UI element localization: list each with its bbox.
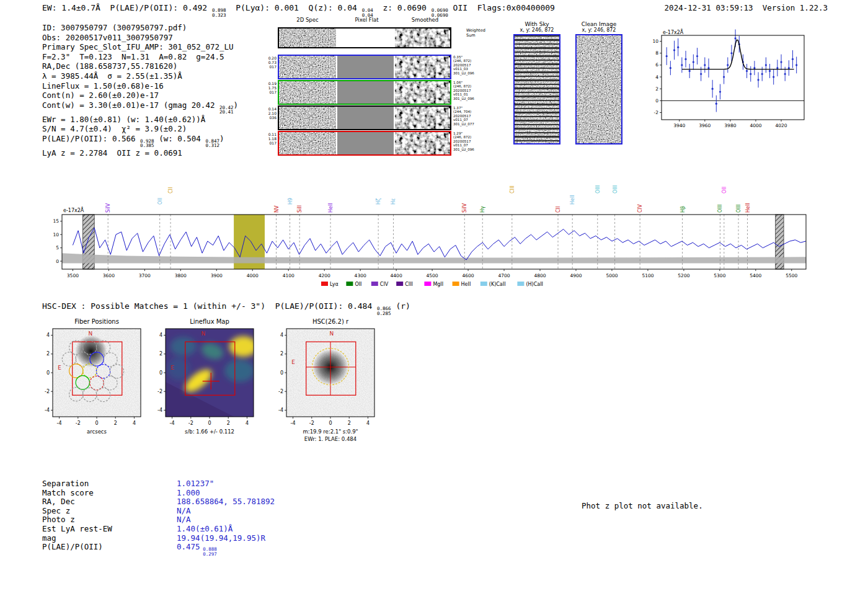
legend-swatch (480, 282, 487, 286)
match-value: 0.475 0.888 0.297 (177, 542, 217, 551)
mini-xtick: 4 (246, 420, 249, 426)
mini-xtick: 2 (227, 420, 230, 426)
spec-strip-row-3: 0.142.100361.37"(244, 704)20200517v011_0… (266, 105, 479, 130)
mini-xtick: 4 (366, 420, 370, 426)
detection-info-block: ID: 3007950797 (3007950797.pdf)Obs: 2020… (42, 23, 238, 158)
info-text: ID: 3007950797 (3007950797.pdf) (42, 23, 187, 32)
lineflux-map-plot: Lineflux MapNE-4-4-2-2002244s/b: 1.66 +/… (147, 316, 262, 448)
spectrum-xtick: 3500 (67, 273, 79, 278)
match-row-0: Separation1.01237" (42, 479, 214, 488)
emission-line-label: CIII (510, 185, 515, 193)
header-lo: 0.323 (212, 13, 226, 18)
info-line-4: RA,Dec (188.658737,55.781620) (42, 61, 238, 71)
hsc-text: HSC-DEX : Possible Matches = 1 (within +… (42, 301, 377, 311)
cell-pixel-flat (337, 132, 394, 154)
fit-ytick: 10 (652, 38, 658, 44)
strip-left-values: 0.142.10036 (266, 105, 278, 130)
mini-xtick: -2 (188, 420, 193, 426)
spectrum-xtick: 5300 (714, 273, 725, 278)
legend-label: (H)CaII (526, 282, 542, 287)
strip-left-value: 0.11 (266, 132, 277, 136)
info-text: Obs: 20200517v011_3007950797 (42, 33, 173, 42)
clean-image-image (575, 34, 622, 144)
fit-datapoint (795, 64, 797, 66)
clean-image-panel: Clean Image x, y: 246, 872 (575, 21, 622, 144)
match-value: 19.94(19.94,19.95)R (177, 533, 265, 543)
header-text: P(Lyα): 0.001 Q(z): 0.04 (226, 3, 362, 12)
weighted-sum-label: WeightedSum (466, 29, 485, 38)
strip-left-value: 017 (266, 64, 277, 69)
fit-datapoint (684, 58, 686, 60)
strip-left-values: 0.111.18017 (266, 131, 278, 156)
fit-datapoint (723, 76, 725, 78)
mini-ytick: -2 (278, 389, 283, 394)
clean-image-noise (577, 35, 621, 143)
emission-line-label: HeII (570, 195, 575, 205)
fit-xtick: 3960 (699, 123, 711, 128)
fit-datapoint (715, 103, 717, 105)
legend-swatch (517, 282, 524, 286)
fit-datapoint (757, 79, 759, 81)
hsc-bounds: 0.8660.285 (377, 306, 391, 316)
info-text: Cont(n) = 2.60(±0.20)e-17 (42, 91, 159, 100)
fit-datapoint (753, 67, 755, 69)
emission-line-label: CII (556, 207, 561, 213)
match-row-3: Spec zN/A (42, 506, 191, 515)
match-row-6: mag19.94(19.94,19.95)R (42, 533, 265, 543)
fit-datapoint (712, 88, 714, 90)
legend-swatch (424, 282, 431, 286)
fit-datapoint (773, 76, 774, 78)
match-value: 1.01237" (177, 479, 214, 488)
fit-datapoint (788, 67, 790, 69)
emission-line-label: OII (157, 198, 163, 205)
strip-left-value: 0.14 (266, 107, 277, 111)
info-lo: 20.41 (219, 110, 234, 115)
mini-ytick: -4 (278, 407, 283, 413)
fit-datapoint (776, 67, 778, 69)
match-label: RA, Dec (42, 497, 177, 506)
mini-xtick: -2 (309, 420, 314, 426)
compass-n: N (201, 331, 205, 337)
spectrum-xtick: 4200 (319, 273, 330, 278)
strip-annotation: 301_LU_077 (453, 122, 479, 126)
fit-datapoint (780, 61, 782, 63)
strip-left-value: 0.73 (266, 60, 277, 64)
match-value: N/A (177, 515, 191, 524)
galaxy-blob (75, 335, 107, 367)
info-line-12: LyA z = 2.2784 OII z = 0.0691 (42, 148, 238, 158)
emission-line-label: Hβ (680, 206, 686, 213)
cell-smoothed (395, 81, 450, 104)
info-line-0: ID: 3007950797 (3007950797.pdf) (42, 23, 238, 33)
mini-ytick: 2 (159, 351, 162, 357)
mini-ytick: -4 (157, 407, 162, 413)
cell-2d-spec (279, 29, 336, 47)
spectrum-xtick: 5200 (678, 273, 689, 278)
fit-xtick: 4000 (750, 123, 761, 128)
cell-2d-spec (279, 81, 336, 104)
cell-pixel-flat (337, 29, 394, 47)
emission-line-label: SiII (297, 205, 303, 213)
emission-line-label: SiIV (462, 203, 467, 213)
fit-datapoint (677, 47, 679, 48)
match-row-1: Match score1.000 (42, 488, 200, 497)
fit-datapoint (689, 70, 691, 72)
hsc-cutout-plot: HSC(26.2) rNE-4-4-2-2002244m:19.9 re:2.1… (268, 316, 383, 448)
mini-ytick: -2 (45, 389, 50, 394)
fit-datapoint (769, 70, 771, 72)
spectrum-xtick: 3700 (139, 273, 151, 278)
header-text: EW: 1.4±0.7Å P(LAE)/P(OII): 0.492 (42, 3, 212, 12)
legend-swatch (396, 282, 403, 286)
hsc-match-header: HSC-DEX : Possible Matches = 1 (within +… (42, 301, 410, 316)
mini-ytick: 4 (280, 332, 283, 338)
spectrum-xtick: 5100 (642, 273, 653, 278)
compass-e: E (291, 359, 295, 365)
mini-ytick: 0 (280, 370, 283, 376)
cell-pixel-flat (337, 81, 394, 104)
legend-label: HeII (461, 282, 471, 287)
strip-right-annotations: 1.06"(246, 872)20200517v011_01301_LU_096 (451, 80, 479, 105)
match-value: 188.658864, 55.781892 (177, 497, 275, 506)
strip-annotation: 301_LU_096 (453, 148, 479, 151)
spectrum-ytick: 0 (56, 259, 59, 264)
info-line-5: λ = 3985.44Å σ = 2.55(±1.35)Å (42, 71, 238, 81)
spectrum-xtick: 3600 (103, 273, 115, 278)
